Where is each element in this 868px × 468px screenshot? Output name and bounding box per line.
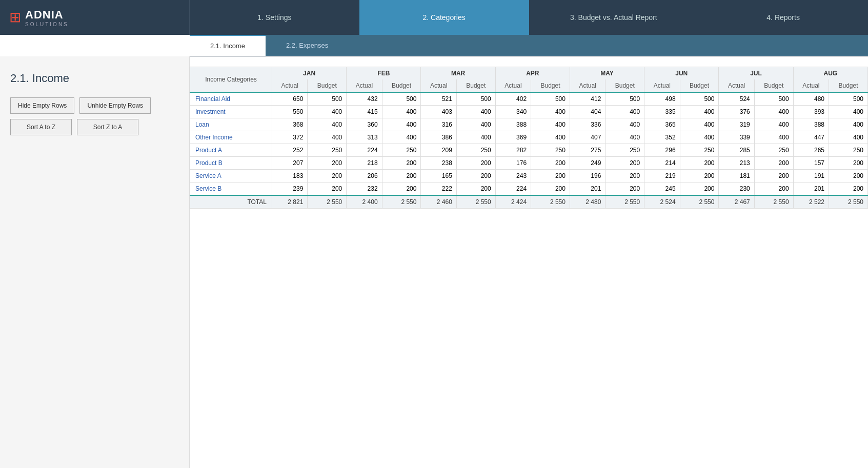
total-row: TOTAL2 8212 5502 4002 5502 4602 5502 424… [190,195,868,209]
main-content: Income CategoriesJANFEBMARAPRMAYJUNJULAU… [190,56,868,468]
nav-tab-budget-vs-actual[interactable]: 3. Budget vs. Actual Report [529,0,699,35]
cell-may-actual: 196 [570,170,605,182]
cell-aug-budget: 400 [829,106,868,118]
category-name[interactable]: Financial Aid [190,92,272,106]
cell-mar-actual: 403 [421,106,456,118]
cell-feb-actual: 232 [347,182,382,196]
cell-aug-actual: 201 [793,182,829,196]
nav-tab-settings[interactable]: 1. Settings [190,0,359,35]
cell-jul-actual: 213 [719,157,754,170]
cell-jul-actual: 339 [719,131,754,144]
cell-jan-actual: 239 [272,182,308,196]
cell-feb-budget: 400 [382,131,421,144]
cell-aug-actual: 480 [793,92,829,106]
category-name[interactable]: Loan [190,118,272,131]
subheader-aug-actual: Actual [793,79,829,92]
hide-buttons-group: Hide Empty Rows Unhide Empty Rows [10,97,179,114]
cell-apr-actual: 388 [495,118,531,131]
sort-az-button[interactable]: Sort A to Z [10,119,72,135]
nav-tabs: 1. Settings2. Categories3. Budget vs. Ac… [190,0,868,35]
total-apr-budget: 2 550 [531,195,570,209]
cell-jan-actual: 368 [272,118,308,131]
nav-tab-categories[interactable]: 2. Categories [359,0,529,35]
sort-za-button[interactable]: Sort Z to A [77,119,138,135]
cell-feb-actual: 432 [347,92,382,106]
cell-jan-actual: 550 [272,106,308,118]
cell-may-budget: 200 [605,170,644,182]
hide-empty-rows-button[interactable]: Hide Empty Rows [10,97,74,114]
total-jan-actual: 2 821 [272,195,308,209]
nav-tab-reports[interactable]: 4. Reports [698,0,868,35]
subheader-may-budget: Budget [605,79,644,92]
cell-may-actual: 275 [570,144,605,157]
cell-apr-budget: 200 [531,182,570,196]
category-name[interactable]: Service B [190,182,272,196]
cell-mar-actual: 209 [421,144,456,157]
category-name[interactable]: Product A [190,144,272,157]
month-header-aug: AUG [793,67,867,80]
cell-mar-actual: 222 [421,182,456,196]
cell-mar-actual: 316 [421,118,456,131]
cell-mar-budget: 250 [456,144,495,157]
cell-jul-budget: 250 [754,144,793,157]
cell-jan-budget: 200 [308,182,347,196]
cell-jul-budget: 400 [754,118,793,131]
cell-jun-actual: 352 [644,131,680,144]
cell-apr-actual: 224 [495,182,531,196]
cell-jun-actual: 365 [644,118,680,131]
cell-jan-budget: 400 [308,106,347,118]
income-table: Income CategoriesJANFEBMARAPRMAYJUNJULAU… [190,67,868,209]
cell-feb-actual: 224 [347,144,382,157]
category-name[interactable]: Product B [190,157,272,170]
cell-apr-actual: 176 [495,157,531,170]
sub-tab-expenses[interactable]: 2.2. Expenses [266,35,349,56]
cell-jan-actual: 372 [272,131,308,144]
cell-aug-actual: 388 [793,118,829,131]
category-column-header: Income Categories [190,67,272,93]
cell-apr-actual: 340 [495,106,531,118]
sub-tab-income[interactable]: 2.1. Income [190,35,266,56]
cell-mar-budget: 200 [456,157,495,170]
cell-feb-actual: 415 [347,106,382,118]
brand-name: ADNIA [25,8,64,21]
month-header-jan: JAN [272,67,347,80]
cell-jun-actual: 245 [644,182,680,196]
cell-jun-actual: 335 [644,106,680,118]
cell-aug-actual: 157 [793,157,829,170]
cell-may-budget: 400 [605,106,644,118]
cell-jul-actual: 230 [719,182,754,196]
cell-aug-actual: 393 [793,106,829,118]
cell-may-budget: 200 [605,157,644,170]
cell-feb-budget: 200 [382,170,421,182]
category-name[interactable]: Service A [190,170,272,182]
cell-mar-budget: 400 [456,118,495,131]
total-jan-budget: 2 550 [308,195,347,209]
total-aug-actual: 2 522 [793,195,829,209]
total-feb-actual: 2 400 [347,195,382,209]
cell-jun-budget: 400 [680,118,719,131]
cell-jun-budget: 500 [680,92,719,106]
cell-feb-actual: 360 [347,118,382,131]
cell-jun-budget: 250 [680,144,719,157]
cell-apr-budget: 200 [531,157,570,170]
logo-icon: ⊞ [9,10,21,25]
subheader-jun-budget: Budget [680,79,719,92]
cell-jun-budget: 200 [680,170,719,182]
cell-jan-actual: 650 [272,92,308,106]
cell-jul-budget: 500 [754,92,793,106]
table-row: Loan368400360400316400388400336400365400… [190,118,868,131]
category-name[interactable]: Investment [190,106,272,118]
table-row: Other Income3724003134003864003694004074… [190,131,868,144]
cell-jan-budget: 400 [308,118,347,131]
cell-apr-budget: 400 [531,106,570,118]
cell-feb-budget: 250 [382,144,421,157]
cell-apr-actual: 243 [495,170,531,182]
cell-jul-budget: 400 [754,131,793,144]
unhide-empty-rows-button[interactable]: Unhide Empty Rows [79,97,151,114]
cell-jan-actual: 252 [272,144,308,157]
cell-aug-budget: 250 [829,144,868,157]
cell-mar-budget: 400 [456,106,495,118]
cell-apr-actual: 402 [495,92,531,106]
table-row: Product A2522502242502092502822502752502… [190,144,868,157]
category-name[interactable]: Other Income [190,131,272,144]
